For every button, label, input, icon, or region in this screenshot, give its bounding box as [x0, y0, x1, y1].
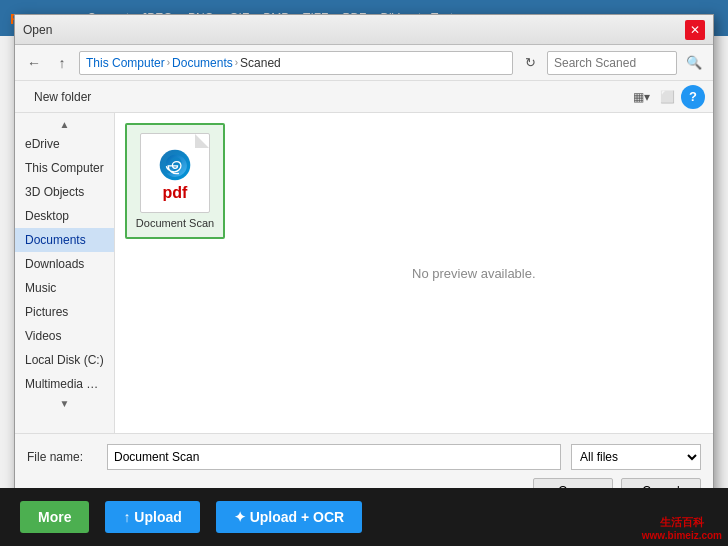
filename-label: File name:	[27, 450, 97, 464]
dialog-files-area[interactable]: pdf Document Scan No preview available.	[115, 113, 713, 433]
no-preview-text: No preview available.	[412, 266, 536, 281]
sidebar-scroll-down[interactable]: ▼	[15, 396, 114, 411]
sidebar-item-3dobjects[interactable]: 3D Objects	[15, 180, 114, 204]
sidebar-item-pictures[interactable]: Pictures	[15, 300, 114, 324]
dialog-addressbar: ← ↑ This Computer › Documents › Scaned ↻…	[15, 45, 713, 81]
search-icon[interactable]: 🔍	[683, 52, 705, 74]
file-icon-background: pdf	[140, 133, 210, 213]
search-input[interactable]	[547, 51, 677, 75]
sidebar-item-music[interactable]: Music	[15, 276, 114, 300]
file-open-dialog: Open ✕ ← ↑ This Computer › Documents › S…	[14, 14, 714, 514]
breadcrumb-computer[interactable]: This Computer	[86, 56, 165, 70]
breadcrumb: This Computer › Documents › Scaned	[79, 51, 513, 75]
dialog-close-button[interactable]: ✕	[685, 20, 705, 40]
sidebar-item-downloads[interactable]: Downloads	[15, 252, 114, 276]
sidebar-item-videos[interactable]: Videos	[15, 324, 114, 348]
edge-logo-icon	[158, 148, 192, 182]
sidebar-scroll-up[interactable]: ▲	[15, 117, 114, 132]
filename-input[interactable]	[107, 444, 561, 470]
file-icon-inner: pdf	[158, 148, 192, 202]
more-button[interactable]: More	[20, 501, 89, 533]
page-bottombar: More ↑ Upload ✦ Upload + OCR 生活百科 www.bi…	[0, 488, 728, 546]
breadcrumb-arrow-2: ›	[235, 57, 238, 68]
file-icon: pdf	[140, 133, 210, 213]
watermark-site: www.bimeiz.com	[642, 529, 722, 542]
nav-back-button[interactable]: ←	[23, 52, 45, 74]
upload-button[interactable]: ↑ Upload	[105, 501, 199, 533]
breadcrumb-documents[interactable]: Documents	[172, 56, 233, 70]
sidebar-item-documents[interactable]: Documents	[15, 228, 114, 252]
watermark-line1: 生活百科	[642, 515, 722, 529]
nav-up-button[interactable]: ↑	[51, 52, 73, 74]
filename-row: File name: All files	[27, 444, 701, 470]
view-large-icons-button[interactable]: ⬜	[655, 85, 679, 109]
sidebar-item-edrive[interactable]: eDrive	[15, 132, 114, 156]
sidebar-item-desktop[interactable]: Desktop	[15, 204, 114, 228]
dialog-titlebar: Open ✕	[15, 15, 713, 45]
refresh-button[interactable]: ↻	[519, 52, 541, 74]
dialog-sidebar: ▲ eDrive This Computer 3D Objects Deskto…	[15, 113, 115, 433]
help-button[interactable]: ?	[681, 85, 705, 109]
filetype-select[interactable]: All files	[571, 444, 701, 470]
dialog-main: ▲ eDrive This Computer 3D Objects Deskto…	[15, 113, 713, 433]
view-options-button[interactable]: ▦▾	[629, 85, 653, 109]
breadcrumb-scaned: Scaned	[240, 56, 281, 70]
breadcrumb-arrow-1: ›	[167, 57, 170, 68]
dialog-title: Open	[23, 23, 685, 37]
upload-ocr-button[interactable]: ✦ Upload + OCR	[216, 501, 362, 533]
file-item[interactable]: pdf Document Scan	[125, 123, 225, 239]
sidebar-item-multimedia[interactable]: Multimedia HDD	[15, 372, 114, 396]
dialog-toolbar: New folder ▦▾ ⬜ ?	[15, 81, 713, 113]
new-folder-button[interactable]: New folder	[23, 85, 102, 109]
sidebar-item-computer[interactable]: This Computer	[15, 156, 114, 180]
pdf-label: pdf	[163, 184, 188, 202]
watermark: 生活百科 www.bimeiz.com	[642, 515, 722, 542]
file-name-label: Document Scan	[136, 217, 214, 229]
view-icons: ▦▾ ⬜ ?	[629, 85, 705, 109]
sidebar-item-localdisk[interactable]: Local Disk (C:)	[15, 348, 114, 372]
